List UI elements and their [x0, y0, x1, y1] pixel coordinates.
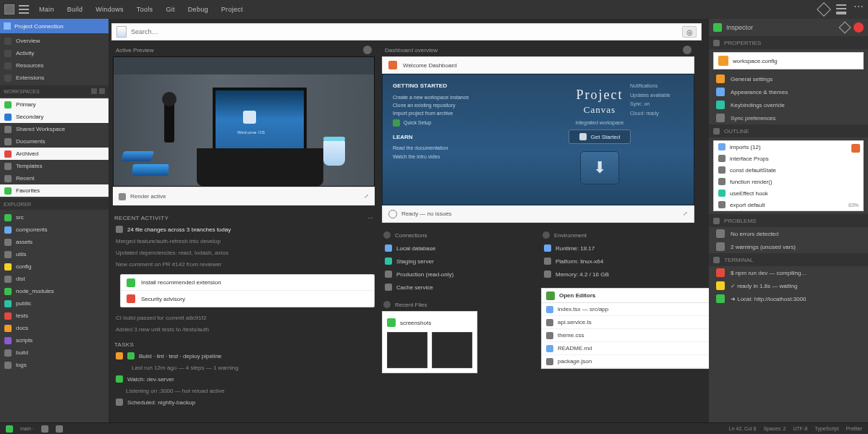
indent-mode[interactable]: Spaces: 2	[763, 426, 786, 431]
outline-item[interactable]: const defaultState	[714, 164, 863, 176]
sidebar-tab[interactable]: Project Connection	[0, 19, 109, 33]
app-icon[interactable]	[4, 4, 14, 14]
task-item[interactable]: Scheduled: nightly-backup	[113, 396, 375, 408]
hero-link[interactable]: Clone an existing repository	[393, 101, 516, 109]
file-item[interactable]: node_modules	[0, 285, 109, 297]
hero-side-item[interactable]: Sync: on	[630, 100, 688, 109]
prop-link[interactable]: Sync preferences	[709, 111, 868, 124]
sync-icon[interactable]	[817, 2, 831, 17]
menu-tools[interactable]: Tools	[137, 6, 153, 13]
file-item[interactable]: scripts	[0, 334, 109, 346]
ws-item[interactable]: Templates	[0, 160, 109, 172]
file-item[interactable]: assets	[0, 236, 109, 248]
feed-menu-icon[interactable]: ⋯	[367, 215, 373, 221]
close-icon[interactable]	[851, 144, 860, 153]
file-item[interactable]: build	[0, 346, 109, 359]
file-item[interactable]: components	[0, 224, 109, 236]
encoding[interactable]: UTF-8	[793, 426, 808, 431]
feed-line[interactable]: Updated dependencies: react, lodash, axi…	[113, 247, 375, 258]
file-item[interactable]: config	[0, 260, 109, 273]
prop-link[interactable]: Appearance & themes	[709, 85, 868, 98]
hero-link[interactable]: Read the documentation	[393, 144, 516, 152]
nav-resources[interactable]: Resources	[0, 59, 109, 72]
layout-icon[interactable]	[836, 4, 846, 14]
ws-item[interactable]: Recent	[0, 172, 109, 184]
nav-extensions[interactable]: Extensions	[0, 72, 109, 84]
preview-settings-icon[interactable]	[363, 46, 372, 54]
status-chip[interactable]	[41, 425, 48, 433]
add-icon[interactable]	[99, 88, 105, 94]
record-icon[interactable]	[854, 22, 864, 33]
config-file-pill[interactable]: workspace.config	[713, 52, 864, 69]
chev-icon[interactable]	[383, 301, 391, 308]
feed-line[interactable]: CI build passed for commit a8c91f2	[113, 312, 375, 323]
outline-item[interactable]: function render()	[714, 176, 863, 187]
hero-side-item[interactable]: Notifications	[630, 82, 688, 91]
branch-icon[interactable]	[6, 425, 13, 433]
nav-activity[interactable]: Activity	[0, 47, 109, 59]
recommend-item[interactable]: Install recommended extension	[121, 275, 374, 291]
search-input[interactable]	[131, 28, 682, 35]
outline-item[interactable]: export default83%	[714, 199, 863, 210]
problem-item[interactable]: 2 warnings (unused vars)	[709, 240, 868, 253]
file-item[interactable]: logs	[0, 359, 109, 371]
sec-outline[interactable]: OUTLINE	[709, 124, 868, 137]
file-item[interactable]: public	[0, 297, 109, 310]
feed-line[interactable]: Merged feature/auth-refresh into develop	[113, 235, 375, 247]
outline-item[interactable]: interface Props	[714, 153, 863, 164]
menu-main[interactable]: Main	[39, 6, 54, 13]
hero-download-button[interactable]: ⬇	[580, 151, 619, 184]
outline-item[interactable]: imports (12)	[714, 141, 863, 153]
search-context-icon[interactable]	[116, 26, 127, 38]
conn-item[interactable]: Production (read-only)	[382, 268, 534, 281]
feed-line[interactable]: Added 3 new unit tests to /tests/auth	[113, 323, 375, 335]
menu-debug[interactable]: Debug	[188, 6, 208, 13]
preview-expand-icon[interactable]: ⤢	[364, 193, 369, 200]
status-chip[interactable]	[56, 425, 63, 433]
more-icon[interactable]	[854, 4, 864, 14]
prop-link[interactable]: General settings	[709, 72, 868, 85]
sec-problems[interactable]: PROBLEMS	[709, 214, 868, 227]
hero-link[interactable]: Import project from archive	[393, 109, 516, 117]
hamburger-icon[interactable]	[19, 5, 29, 14]
outline-item[interactable]: useEffect hook	[714, 187, 863, 199]
section-head-workspaces[interactable]: WORKSPACES	[0, 85, 109, 97]
pin-icon[interactable]	[839, 22, 851, 34]
recommend-item[interactable]: Security advisory	[121, 291, 374, 307]
menu-git[interactable]: Git	[166, 6, 174, 13]
ws-item[interactable]: Shared Workspace	[0, 123, 109, 135]
ws-item[interactable]: Archived	[0, 148, 109, 160]
file-item[interactable]: src	[0, 211, 109, 224]
collapse-icon[interactable]	[91, 88, 97, 94]
thumbnail[interactable]	[387, 332, 427, 368]
chev-icon[interactable]	[383, 231, 391, 239]
branch-label[interactable]: main ·	[20, 426, 34, 431]
file-item[interactable]: utils	[0, 248, 109, 260]
file-item[interactable]: dist	[0, 273, 109, 285]
conn-item[interactable]: Staging server	[382, 255, 534, 268]
menu-project[interactable]: Project	[221, 6, 243, 13]
preview-viewport[interactable]: Welcome OS	[113, 56, 375, 187]
feed-line[interactable]: New comment on PR #142 from reviewer	[113, 258, 375, 270]
nav-overview[interactable]: Overview	[0, 35, 109, 47]
ws-item[interactable]: Documents	[0, 135, 109, 148]
menu-build[interactable]: Build	[67, 6, 83, 13]
hero-link[interactable]: Watch the intro video	[393, 153, 516, 161]
file-item[interactable]: docs	[0, 322, 109, 334]
ws-item[interactable]: Primary	[0, 98, 109, 111]
sec-terminal[interactable]: TERMINAL	[709, 253, 868, 266]
search-view-toggle[interactable]: ◎	[682, 26, 697, 38]
hero-chip[interactable]: Quick Setup	[393, 119, 516, 127]
language-mode[interactable]: TypeScript	[814, 426, 838, 431]
sec-properties[interactable]: PROPERTIES	[709, 36, 868, 49]
formatter[interactable]: Prettier	[846, 426, 862, 431]
prop-link[interactable]: Keybindings override	[709, 98, 868, 111]
section-head-explorer[interactable]: EXPLORER	[0, 198, 109, 210]
thumbnail[interactable]	[432, 332, 472, 368]
problem-item[interactable]: No errors detected	[709, 227, 868, 240]
task-item[interactable]: Watch: dev-server	[113, 373, 375, 385]
hero-expand-icon[interactable]: ⤢	[683, 210, 688, 217]
chev-icon[interactable]	[542, 231, 550, 239]
hero-side-item[interactable]: Cloud: ready	[630, 109, 688, 119]
hero-cta-pill[interactable]: Get Started	[569, 129, 631, 144]
